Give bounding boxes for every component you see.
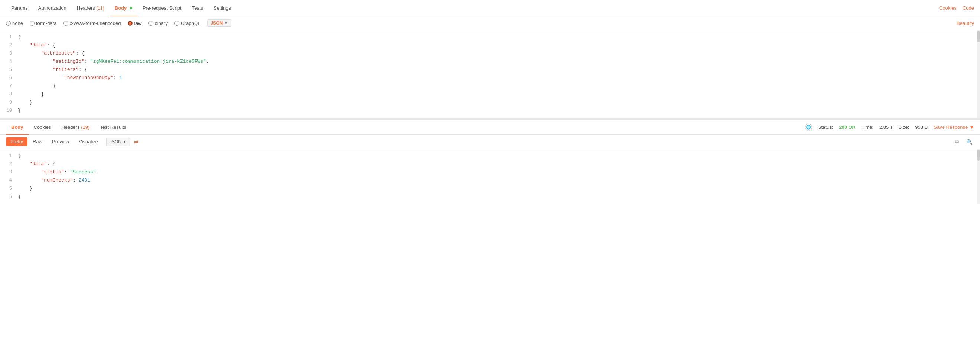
response-tab-headers[interactable]: Headers (19) — [56, 120, 95, 135]
line-number: 7 — [0, 82, 18, 90]
tab-authorization[interactable]: Authorization — [33, 0, 72, 16]
line-number: 2 — [0, 160, 18, 168]
line-content: "numChecks": 2401 — [18, 176, 980, 185]
time-value: 2.85 s — [880, 124, 892, 130]
status-label: Status: — [818, 124, 833, 130]
line-number: 8 — [0, 90, 18, 99]
line-number: 10 — [0, 107, 18, 115]
tab-settings[interactable]: Settings — [208, 0, 236, 16]
type-none[interactable]: none — [6, 21, 23, 26]
line-number: 6 — [0, 193, 18, 201]
line-content: } — [18, 185, 980, 193]
format-preview[interactable]: Preview — [48, 137, 73, 146]
top-right-links: Cookies Code — [939, 5, 974, 11]
code-line: 4 "settingId": "zgMKeeFe1:communication:… — [0, 57, 980, 66]
copy-icon[interactable]: ⧉ — [954, 137, 960, 146]
code-line: 4 "numChecks": 2401 — [0, 176, 980, 185]
type-formdata[interactable]: form-data — [30, 21, 57, 26]
line-content: { — [18, 152, 980, 160]
format-raw[interactable]: Raw — [28, 137, 47, 146]
format-pretty[interactable]: Pretty — [6, 137, 27, 146]
tab-params[interactable]: Params — [6, 0, 33, 16]
tab-tests[interactable]: Tests — [187, 0, 208, 16]
line-content: "settingId": "zgMKeeFe1:communication:ji… — [18, 57, 980, 66]
line-content: } — [18, 193, 980, 201]
line-content: } — [18, 99, 980, 107]
response-scrollbar-thumb — [977, 150, 980, 161]
line-content: "newerThanOneDay": 1 — [18, 74, 980, 82]
save-response-arrow: ▼ — [969, 124, 974, 130]
response-scrollbar-right[interactable] — [977, 149, 980, 204]
tab-prerequest[interactable]: Pre-request Script — [137, 0, 187, 16]
code-line: 6} — [0, 193, 980, 201]
request-tabs: Params Authorization Headers (11) Body P… — [0, 0, 980, 16]
globe-icon[interactable]: 🌐 — [805, 124, 812, 131]
line-number: 5 — [0, 185, 18, 193]
code-line: 1{ — [0, 152, 980, 160]
type-urlencoded[interactable]: x-www-form-urlencoded — [64, 21, 121, 26]
type-binary[interactable]: binary — [148, 21, 168, 26]
code-line: 5 "filters": { — [0, 66, 980, 74]
line-number: 4 — [0, 57, 18, 66]
line-number: 1 — [0, 152, 18, 160]
code-line: 3 "attributes": { — [0, 49, 980, 57]
line-content: { — [18, 33, 980, 41]
response-format-bar: Pretty Raw Preview Visualize JSON ▼ ⇌ ⧉ … — [0, 135, 980, 149]
response-tabs: Body Cookies Headers (19) Test Results 🌐… — [0, 120, 980, 135]
code-line: 1{ — [0, 33, 980, 41]
line-number: 4 — [0, 176, 18, 185]
line-number: 6 — [0, 74, 18, 82]
line-content: } — [18, 90, 980, 99]
save-response-button[interactable]: Save Response ▼ — [934, 124, 974, 130]
line-content: "data": { — [18, 41, 980, 49]
size-label: Size: — [898, 124, 909, 130]
line-number: 3 — [0, 49, 18, 57]
request-editor[interactable]: 1{2 "data": {3 "attributes": {4 "setting… — [0, 30, 980, 120]
request-scrollbar-right[interactable] — [977, 30, 980, 118]
size-value: 953 B — [915, 124, 928, 130]
time-label: Time: — [862, 124, 873, 130]
line-number: 5 — [0, 66, 18, 74]
type-graphql[interactable]: GraphQL — [175, 21, 200, 26]
beautify-button[interactable]: Beautify — [957, 21, 974, 26]
code-line: 6 "newerThanOneDay": 1 — [0, 74, 980, 82]
line-content: "attributes": { — [18, 49, 980, 57]
cookies-link[interactable]: Cookies — [939, 5, 957, 11]
code-line: 8 } — [0, 90, 980, 99]
tab-headers[interactable]: Headers (11) — [72, 0, 110, 16]
line-number: 1 — [0, 33, 18, 41]
request-scrollbar-thumb — [977, 31, 980, 42]
code-link[interactable]: Code — [963, 5, 974, 11]
line-content: "filters": { — [18, 66, 980, 74]
line-content: } — [18, 82, 980, 90]
response-format-right: ⧉ 🔍 — [954, 137, 974, 146]
search-icon[interactable]: 🔍 — [965, 137, 974, 146]
body-type-bar: none form-data x-www-form-urlencoded raw… — [0, 16, 980, 30]
response-tab-testresults[interactable]: Test Results — [95, 120, 131, 135]
code-line: 2 "data": { — [0, 41, 980, 49]
format-visualize[interactable]: Visualize — [74, 137, 102, 146]
response-code-block: 1{2 "data": {3 "status": "Success",4 "nu… — [0, 152, 980, 201]
response-format-dropdown[interactable]: JSON ▼ — [106, 138, 130, 146]
format-dropdown[interactable]: JSON ▼ — [207, 19, 231, 27]
code-line: 5 } — [0, 185, 980, 193]
line-content: "data": { — [18, 160, 980, 168]
response-dropdown-arrow: ▼ — [123, 140, 127, 144]
line-number: 2 — [0, 41, 18, 49]
code-line: 7 } — [0, 82, 980, 90]
tab-body[interactable]: Body — [110, 0, 137, 16]
headers-badge: (11) — [96, 6, 104, 11]
line-number: 3 — [0, 168, 18, 176]
dropdown-arrow: ▼ — [224, 21, 228, 25]
code-line: 10} — [0, 107, 980, 115]
response-tab-cookies[interactable]: Cookies — [29, 120, 56, 135]
code-line: 3 "status": "Success", — [0, 168, 980, 176]
wrap-icon[interactable]: ⇌ — [134, 138, 138, 145]
response-headers-badge: (19) — [81, 124, 89, 130]
response-editor[interactable]: 1{2 "data": {3 "status": "Success",4 "nu… — [0, 149, 980, 204]
response-status-bar: 🌐 Status: 200 OK Time: 2.85 s Size: 953 … — [805, 124, 974, 131]
response-tab-body[interactable]: Body — [6, 120, 29, 135]
line-content: } — [18, 107, 980, 115]
status-value: 200 OK — [839, 124, 856, 130]
type-raw[interactable]: raw — [128, 21, 142, 26]
